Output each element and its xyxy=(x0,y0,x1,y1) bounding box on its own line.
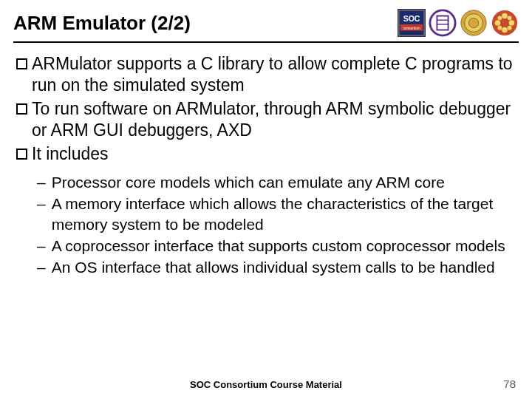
svg-text:SOC: SOC xyxy=(403,15,420,23)
sub-bullet-list: – Processor core models which can emulat… xyxy=(37,172,516,277)
svg-point-19 xyxy=(498,26,502,30)
slide-title: ARM Emulator (2/2) xyxy=(13,12,191,35)
dash-bullet-icon: – xyxy=(37,257,46,277)
svg-point-17 xyxy=(498,16,502,21)
svg-point-18 xyxy=(508,16,512,21)
square-bullet-icon xyxy=(16,149,27,160)
slide-content: ARMulator supports a C library to allow … xyxy=(0,43,532,278)
dash-bullet-icon: – xyxy=(37,172,46,192)
list-item: It includes xyxy=(16,143,516,165)
main-bullet-list: ARMulator supports a C library to allow … xyxy=(16,53,516,165)
page-number: 78 xyxy=(503,378,516,390)
flower-seal-logo xyxy=(491,9,519,37)
square-bullet-icon xyxy=(16,103,27,115)
list-item: – Processor core models which can emulat… xyxy=(37,172,516,192)
sub-bullet-text: A coprocessor interface that supports cu… xyxy=(52,236,505,256)
svg-point-13 xyxy=(502,13,508,19)
gold-seal-logo xyxy=(460,9,488,37)
bullet-text: ARMulator supports a C library to allow … xyxy=(32,53,516,97)
list-item: ARMulator supports a C library to allow … xyxy=(16,53,516,97)
square-bullet-icon xyxy=(16,58,27,69)
svg-point-21 xyxy=(502,20,508,26)
purple-seal-logo xyxy=(429,9,457,37)
list-item: To run software on ARMulator, through AR… xyxy=(16,98,516,142)
sub-bullet-text: An OS interface that allows individual s… xyxy=(52,257,495,277)
list-item: – A memory interface which allows the ch… xyxy=(37,194,516,234)
svg-point-20 xyxy=(508,26,512,30)
svg-text:consortium: consortium xyxy=(403,27,420,30)
sub-bullet-text: Processor core models which can emulate … xyxy=(52,172,445,192)
bullet-text: It includes xyxy=(32,143,516,165)
sub-bullet-text: A memory interface which allows the char… xyxy=(52,194,516,234)
list-item: – An OS interface that allows individual… xyxy=(37,257,516,277)
svg-point-5 xyxy=(430,10,455,35)
logo-row: SOC consortium xyxy=(398,9,519,37)
svg-point-14 xyxy=(502,27,508,33)
dash-bullet-icon: – xyxy=(37,194,46,214)
svg-point-16 xyxy=(509,20,515,26)
dash-bullet-icon: – xyxy=(37,236,46,256)
footer-text: SOC Consortium Course Material xyxy=(0,379,532,390)
svg-point-15 xyxy=(495,20,501,26)
soc-logo: SOC consortium xyxy=(398,9,426,37)
list-item: – A coprocessor interface that supports … xyxy=(37,236,516,256)
svg-point-11 xyxy=(468,18,478,27)
bullet-text: To run software on ARMulator, through AR… xyxy=(32,98,516,142)
